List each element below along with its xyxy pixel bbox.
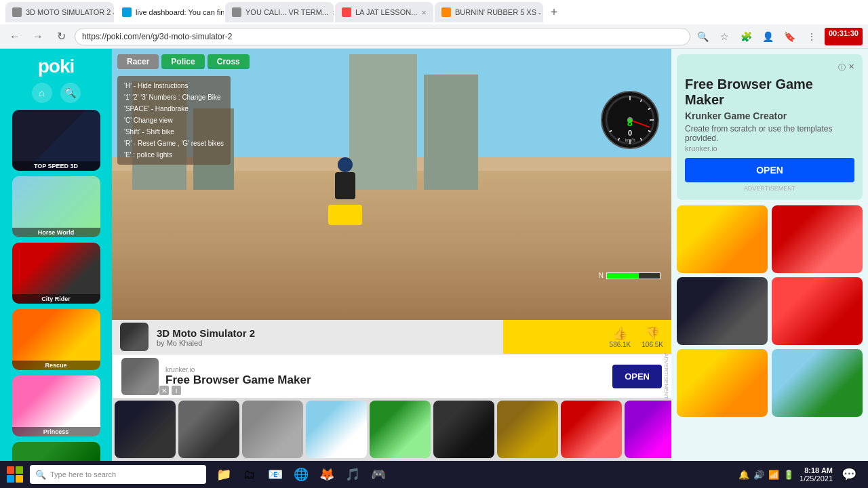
- bottom-thumb-racing2[interactable]: [242, 401, 303, 458]
- sidebar-game-topspeed[interactable]: TOP SPEED 3D: [12, 110, 100, 171]
- sidebar-nav-icons: ⌂ 🔍: [32, 83, 81, 103]
- taskbar-app-firefox[interactable]: 🦊: [315, 462, 339, 487]
- speedometer: 0 km/h 8: [599, 89, 660, 150]
- game-area[interactable]: Racer Police Cross 'H' - Hide Instructio…: [112, 49, 671, 320]
- tab-favicon-4: [342, 7, 351, 17]
- right-game-city[interactable]: [772, 349, 863, 417]
- ad-close-x-button[interactable]: ✕: [159, 386, 169, 395]
- tab-4[interactable]: LA JAT LESSON... ×: [335, 2, 433, 22]
- windows-icon: [7, 466, 23, 483]
- sidebar-game-cityrider[interactable]: City Rider: [12, 243, 100, 304]
- tab-close-4[interactable]: ×: [421, 7, 427, 18]
- right-ad-box: ⓘ ✕ Free Browser Game Maker Krunker Game…: [677, 54, 863, 200]
- right-ad-open-button[interactable]: OPEN: [685, 158, 854, 182]
- taskbar-search-box[interactable]: 🔍 Type here to search: [30, 465, 206, 484]
- mode-police-button[interactable]: Police: [161, 54, 204, 69]
- advertisement-label: ADVERTISEMENT: [660, 354, 671, 398]
- taskbar-app-mail[interactable]: 📧: [263, 462, 288, 487]
- bottom-thumb-ninja[interactable]: [433, 401, 494, 458]
- thumbs-up-icon: 👍: [612, 326, 627, 341]
- sidebar-game-label-rescue: Rescue: [12, 361, 100, 370]
- taskbar-app-music[interactable]: 🎵: [340, 462, 365, 487]
- tray-icon-wifi[interactable]: 📶: [768, 470, 779, 480]
- right-game-moto[interactable]: [677, 205, 768, 273]
- tab-close-3[interactable]: ×: [332, 7, 334, 18]
- ad-open-button[interactable]: OPEN: [612, 365, 662, 388]
- right-ad-footer: ADVERTISEMENT: [685, 185, 854, 192]
- tab-2[interactable]: live dashboard: You can find ser... ×: [115, 2, 224, 22]
- tab-1[interactable]: 3D MOTO SIMULATOR 2 -... ×: [5, 2, 114, 22]
- game-info-bar: 3D Moto Simulator 2 by Mo Khaled 👍 586.1…: [112, 320, 671, 354]
- forward-button[interactable]: →: [28, 27, 47, 46]
- tab-label-4: LA JAT LESSON...: [355, 8, 417, 16]
- taskbar-apps: 📁 🗂 📧 🌐 🦊 🎵 🎮: [212, 462, 391, 487]
- tray-icon-1[interactable]: 🔔: [738, 470, 749, 480]
- mode-racer-button[interactable]: Racer: [117, 54, 159, 69]
- ad-close-icon[interactable]: ✕: [848, 62, 854, 73]
- like-button[interactable]: 👍 586.1K: [610, 326, 631, 348]
- mode-cross-button[interactable]: Cross: [208, 54, 250, 69]
- sidebar-game-princess[interactable]: Princess: [12, 375, 100, 436]
- player-bike: [328, 205, 362, 225]
- sidebar-game-rescue[interactable]: Rescue: [12, 309, 100, 370]
- taskbar-app-browser[interactable]: 🌐: [289, 462, 313, 487]
- taskbar-app-game[interactable]: 🎮: [366, 462, 391, 487]
- bottom-thumb-motox[interactable]: [178, 401, 239, 458]
- taskbar-search-icon: 🔍: [35, 470, 46, 480]
- reload-button[interactable]: ↻: [52, 27, 71, 46]
- right-game-moto2[interactable]: [677, 277, 768, 345]
- taskbar-app-files[interactable]: 📁: [212, 462, 236, 487]
- taskbar-right: 🔔 🔊 📶 🔋 8:18 AM 1/25/2021 💬: [738, 464, 865, 485]
- new-tab-button[interactable]: +: [545, 3, 564, 22]
- bottom-thumb-jungle[interactable]: [370, 401, 431, 458]
- dislike-button[interactable]: 👎 106.5K: [642, 326, 663, 348]
- right-game-car[interactable]: [677, 349, 768, 417]
- svg-text:0: 0: [628, 129, 632, 137]
- right-game-peking[interactable]: [772, 277, 863, 345]
- instruction-line-6: 'R' - Reset Game , 'G' reset bikes: [124, 138, 224, 149]
- instruction-line-7: 'E' : police lights: [124, 149, 224, 161]
- bookmark-star-icon[interactable]: ☆: [716, 28, 734, 45]
- extensions-icon[interactable]: 🧩: [738, 28, 755, 45]
- tab-favicon-2: [122, 7, 132, 17]
- right-ad-title: Free Browser Game Maker: [685, 77, 854, 108]
- right-game-hammer[interactable]: [772, 205, 863, 273]
- zoom-icon[interactable]: 🔍: [694, 28, 712, 45]
- bookmark-icon[interactable]: 🔖: [781, 28, 799, 45]
- settings-icon[interactable]: ⋮: [803, 28, 821, 45]
- tab-3[interactable]: YOU CALI... VR TERM... ×: [225, 2, 334, 22]
- player-body: [335, 172, 355, 199]
- tab-5[interactable]: BURNIN' RUBBER 5 XS - Play B... ×: [435, 2, 543, 22]
- browser-window: 3D MOTO SIMULATOR 2 -... × live dashboar…: [0, 0, 868, 49]
- ad-info-icon[interactable]: ⓘ: [838, 62, 846, 73]
- game-road: [112, 171, 671, 320]
- bottom-thumb-trucks[interactable]: [561, 401, 622, 458]
- taskbar-chat-button[interactable]: 💬: [838, 464, 860, 485]
- address-bar[interactable]: https://poki.com/en/g/3d-moto-simulator-…: [75, 28, 690, 45]
- back-button[interactable]: ←: [5, 27, 24, 46]
- win-square-yellow: [16, 475, 23, 483]
- profile-icon[interactable]: 👤: [760, 28, 777, 45]
- nav-bar: ← → ↻ https://poki.com/en/g/3d-moto-simu…: [0, 24, 868, 49]
- tray-icon-battery[interactable]: 🔋: [783, 470, 794, 480]
- ad-close-i-button[interactable]: i: [172, 386, 181, 395]
- game-title-text: 3D Moto Simulator 2: [157, 327, 601, 339]
- ad-source: krunker.io: [165, 366, 606, 373]
- tray-icon-2[interactable]: 🔊: [753, 470, 764, 480]
- start-button[interactable]: [3, 462, 27, 487]
- instruction-line-2: '1' '2' '3' Numbers : Change Bike: [124, 92, 224, 103]
- taskbar-search-placeholder: Type here to search: [50, 470, 116, 479]
- left-sidebar: poki ⌂ 🔍 TOP SPEED 3D Horse World City R…: [0, 49, 112, 466]
- tab-label-2: live dashboard: You can find ser...: [136, 8, 224, 16]
- bottom-thumb-horse2[interactable]: [497, 401, 558, 458]
- home-icon[interactable]: ⌂: [32, 83, 52, 103]
- right-ad-url: krunker.io: [685, 144, 854, 152]
- search-icon[interactable]: 🔍: [60, 83, 81, 103]
- bottom-thumb-dragon[interactable]: [115, 401, 176, 458]
- sidebar-game-horse[interactable]: Horse World: [12, 176, 100, 237]
- poki-logo-text: poki: [38, 56, 75, 77]
- poki-logo[interactable]: poki: [29, 56, 83, 77]
- bottom-thumb-blob[interactable]: [625, 401, 671, 458]
- bottom-thumb-snow[interactable]: [306, 401, 367, 458]
- taskbar-app-explorer[interactable]: 🗂: [237, 462, 262, 487]
